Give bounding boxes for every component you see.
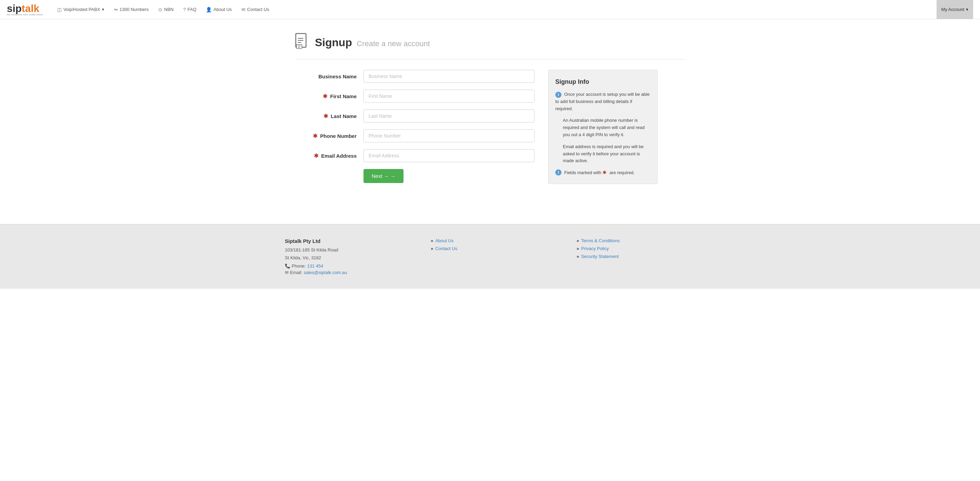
required-star-note: ✱: [603, 170, 606, 175]
nav-nbn-label: NBN: [164, 7, 173, 12]
footer-contact-us-item: » Contact Us: [431, 246, 549, 251]
phone-number-input[interactable]: [363, 129, 535, 142]
footer-links-col-2: » Terms & Conditions » Privacy Policy » …: [576, 238, 695, 275]
brand-logo[interactable]: siptalk tell someone who really cares: [7, 3, 43, 16]
form-area: Business Name ✱ First Name ✱ Last Name: [295, 70, 685, 190]
page-icon: [295, 33, 309, 53]
phone-label: Phone:: [292, 263, 306, 269]
contact-icon: ✉: [242, 7, 245, 12]
nav-faq-label: FAQ: [188, 7, 196, 12]
my-account-label: My Account: [941, 7, 964, 12]
footer-links-col-1: » About Us » Contact Us: [431, 238, 549, 275]
info-line-1: i Once your account is setup you will be…: [555, 91, 651, 112]
footer-terms-item: » Terms & Conditions: [576, 238, 695, 243]
phone-number-label: ✱ Phone Number: [295, 133, 363, 139]
nav-1300-label: 1300 Numbers: [120, 7, 149, 12]
nav-voip-pabx-label: Voip/Hosted PABX: [63, 7, 100, 12]
footer-company-col: Siptalk Pty Ltd 103/181-185 St Kilda Roa…: [285, 238, 404, 275]
chevron-icon-about: »: [431, 238, 433, 243]
next-button-row: Next → →: [295, 169, 535, 183]
first-name-input[interactable]: [363, 90, 535, 103]
nav-voip-pabx[interactable]: ◫ Voip/Hosted PABX ▾: [53, 4, 108, 15]
email-address-row: ✱ Email Address: [295, 149, 535, 162]
footer-email-link[interactable]: sales@siptalk.com.au: [304, 270, 347, 275]
last-name-input[interactable]: [363, 110, 535, 123]
next-button[interactable]: Next → →: [363, 169, 404, 183]
footer-phone-link[interactable]: 131 454: [307, 263, 323, 269]
faq-icon: ?: [183, 7, 186, 12]
chevron-icon-security: »: [576, 254, 579, 259]
first-name-label: ✱ First Name: [295, 93, 363, 100]
first-name-row: ✱ First Name: [295, 90, 535, 103]
chevron-icon-contact: »: [431, 246, 433, 251]
info-icon-1: i: [555, 92, 562, 98]
footer-inner: Siptalk Pty Ltd 103/181-185 St Kilda Roa…: [285, 238, 695, 275]
my-account-dropdown-icon: ▾: [966, 7, 968, 12]
brand-sip: sip: [7, 3, 22, 14]
nav-contact-label: Contact Us: [247, 7, 269, 12]
email-icon: ✉: [285, 270, 289, 275]
footer-email: ✉ Email: sales@siptalk.com.au: [285, 270, 404, 275]
page-title: Signup: [315, 36, 352, 49]
chevron-icon-terms: »: [576, 238, 579, 243]
info-icon-2: i: [555, 169, 562, 175]
nav-faq[interactable]: ? FAQ: [179, 4, 201, 15]
email-input[interactable]: [363, 149, 535, 162]
info-line-3: Email address is required and you will b…: [555, 143, 651, 164]
nav-1300-numbers[interactable]: ↬ 1300 Numbers: [110, 4, 153, 15]
chevron-icon-privacy: »: [576, 246, 579, 251]
dropdown-arrow-icon: ▾: [102, 7, 104, 12]
info-box-title: Signup Info: [555, 78, 651, 86]
phone-required-star: ✱: [313, 133, 317, 139]
last-name-required-star: ✱: [323, 113, 328, 119]
nav-contact-us[interactable]: ✉ Contact Us: [237, 4, 273, 15]
info-required-note: i Fields marked with ✱ are required.: [555, 169, 651, 175]
nav-nbn[interactable]: ⊙ NBN: [154, 4, 177, 15]
about-icon: 👤: [206, 7, 212, 12]
phone-icon: 📞: [285, 263, 290, 269]
nbn-icon: ⊙: [158, 7, 162, 12]
page-header: Signup Create a new account: [295, 33, 685, 53]
numbers-icon: ↬: [114, 7, 118, 12]
footer-terms-link[interactable]: Terms & Conditions: [581, 238, 620, 243]
business-name-input[interactable]: [363, 70, 535, 83]
business-name-row: Business Name: [295, 70, 535, 83]
info-line-2: An Australian mobile phone number is req…: [555, 117, 651, 138]
phone-number-row: ✱ Phone Number: [295, 129, 535, 142]
footer-about-us-link[interactable]: About Us: [435, 238, 453, 243]
brand-talk: talk: [22, 3, 39, 14]
footer-privacy-link[interactable]: Privacy Policy: [581, 246, 609, 251]
email-label: Email:: [290, 270, 302, 275]
footer-company-name: Siptalk Pty Ltd: [285, 238, 404, 244]
footer-about-us-item: » About Us: [431, 238, 549, 243]
nav-about-label: About Us: [213, 7, 231, 12]
nav-my-account[interactable]: My Account ▾: [937, 0, 973, 19]
first-name-required-star: ✱: [323, 93, 327, 99]
footer-security-link[interactable]: Security Statement: [581, 254, 619, 259]
nav-about-us[interactable]: 👤 About Us: [202, 4, 235, 15]
footer: Siptalk Pty Ltd 103/181-185 St Kilda Roa…: [0, 224, 980, 289]
pabx-icon: ◫: [57, 7, 62, 12]
last-name-row: ✱ Last Name: [295, 110, 535, 123]
business-name-label: Business Name: [295, 73, 363, 80]
last-name-label: ✱ Last Name: [295, 113, 363, 119]
email-label: ✱ Email Address: [295, 153, 363, 159]
page-subtitle: Create a new account: [356, 39, 430, 48]
footer-phone: 📞 Phone: 131 454: [285, 263, 404, 269]
main-content: Signup Create a new account Business Nam…: [285, 19, 695, 204]
footer-privacy-item: » Privacy Policy: [576, 246, 695, 251]
brand-tagline: tell someone who really cares: [7, 13, 43, 16]
footer-address-2: St Kilda, Vic, 3182: [285, 254, 404, 262]
footer-address-1: 103/181-185 St Kilda Road: [285, 246, 404, 254]
email-required-star: ✱: [314, 153, 318, 159]
navbar: siptalk tell someone who really cares ◫ …: [0, 0, 980, 19]
next-button-label: Next → →: [372, 173, 395, 179]
footer-security-item: » Security Statement: [576, 254, 695, 259]
signup-form: Business Name ✱ First Name ✱ Last Name: [295, 70, 535, 190]
nav-links: ◫ Voip/Hosted PABX ▾ ↬ 1300 Numbers ⊙ NB…: [53, 4, 936, 15]
footer-contact-us-link[interactable]: Contact Us: [435, 246, 457, 251]
svg-rect-4: [296, 45, 302, 49]
signup-info-box: Signup Info i Once your account is setup…: [548, 70, 657, 184]
